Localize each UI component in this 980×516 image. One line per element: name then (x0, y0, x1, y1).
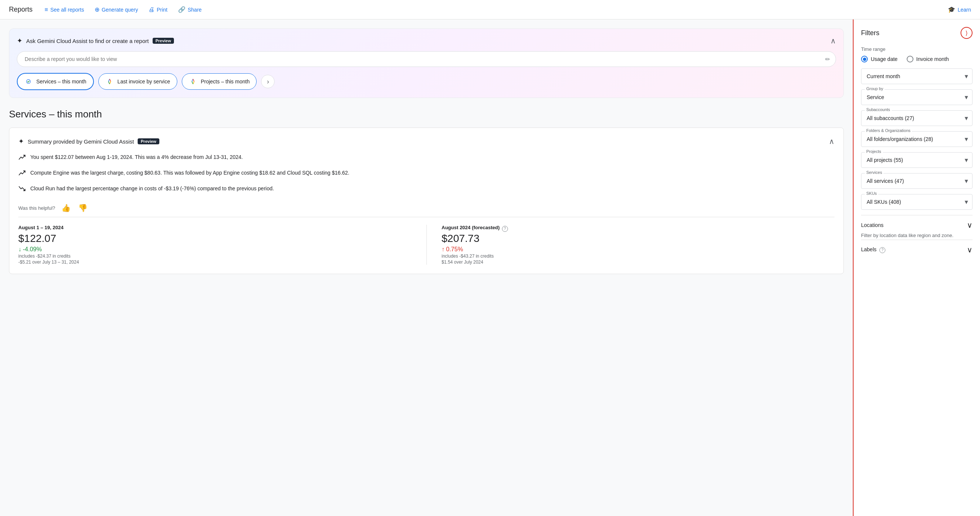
services-wrapper: Services All services (47) ▾ (861, 173, 972, 189)
invoice-month-radio-circle (907, 56, 913, 62)
usage-date-radio-circle (861, 56, 868, 62)
gemini-title-row: ✦ Ask Gemini Cloud Assist to find or cre… (17, 37, 174, 45)
forecasted-stat-block: August 2024 (forecasted) ? $207.73 ↑ 0.7… (442, 225, 835, 265)
current-stat-block: August 1 – 19, 2024 $122.07 ↓ -4.09% inc… (18, 225, 412, 265)
list-icon: ≡ (45, 6, 48, 13)
trend-icon-1 (18, 154, 26, 163)
summary-card: ✦ Summary provided by Gemini Cloud Assis… (9, 127, 844, 274)
projects-wrapper: Projects All projects (55) ▾ (861, 152, 972, 168)
gemini-input-wrapper: ✏ (17, 51, 836, 67)
forecasted-amount: $207.73 (442, 233, 835, 245)
generate-query-link[interactable]: ⊕ Generate query (95, 6, 138, 13)
suggestion-chips: Services – this month Last invoice by se… (17, 73, 836, 90)
subaccounts-wrapper: Subaccounts All subaccounts (27) ▾ (861, 110, 972, 126)
learn-link[interactable]: 🎓 Learn (948, 6, 971, 13)
print-link[interactable]: 🖨 Print (148, 6, 167, 13)
filters-panel: Filters ⟩ Time range Usage date Invoice … (853, 19, 980, 516)
chip-last-invoice-by-service[interactable]: Last invoice by service (99, 73, 177, 90)
time-range-radio-group: Usage date Invoice month (861, 56, 972, 62)
google-cloud-icon-3 (189, 78, 197, 86)
current-amount: $122.07 (18, 233, 412, 245)
print-icon: 🖨 (148, 6, 154, 13)
folders-wrapper: Folders & Organizations All folders/orga… (861, 131, 972, 147)
group-by-wrapper: Group by Service Project SKU Location ▾ (861, 89, 972, 105)
projects-select[interactable]: All projects (55) (861, 152, 972, 168)
locations-chevron-icon: ∨ (967, 221, 972, 230)
services-select[interactable]: All services (47) (861, 173, 972, 189)
helpful-label: Was this helpful? (18, 205, 56, 211)
forecasted-header: August 2024 (forecasted) ? (442, 225, 835, 233)
invoice-month-radio[interactable]: Invoice month (907, 56, 949, 62)
gemini-search-input[interactable] (17, 51, 836, 67)
subaccounts-label: Subaccounts (865, 107, 892, 112)
skus-select[interactable]: All SKUs (408) (861, 194, 972, 210)
locations-section: Locations ∨ Filter by location data like… (861, 215, 972, 238)
time-range-label: Time range (861, 46, 972, 52)
locations-header[interactable]: Locations ∨ (861, 221, 972, 230)
locations-title: Locations (861, 222, 883, 228)
summary-body: You spent $122.07 between Aug 1-19, 2024… (18, 153, 835, 194)
current-month-select[interactable]: Current month Last month Last 3 months L… (861, 68, 972, 84)
main-layout: ✦ Ask Gemini Cloud Assist to find or cre… (0, 19, 980, 516)
summary-title-row: ✦ Summary provided by Gemini Cloud Assis… (18, 137, 159, 146)
labels-title: Labels ? (861, 246, 885, 253)
content-area: ✦ Ask Gemini Cloud Assist to find or cre… (0, 19, 853, 516)
thumbs-up-button[interactable]: 👍 (60, 202, 72, 214)
top-nav: Reports ≡ See all reports ⊕ Generate que… (0, 0, 980, 19)
up-arrow-icon: ↑ (442, 246, 445, 253)
page-title: Services – this month (9, 108, 844, 120)
filters-title: Filters (861, 29, 880, 37)
share-link[interactable]: 🔗 Share (178, 6, 202, 13)
folders-label: Folders & Organizations (865, 128, 912, 133)
current-month-wrapper: Current month Last month Last 3 months L… (861, 68, 972, 84)
summary-text-1: You spent $122.07 between Aug 1-19, 2024… (30, 153, 243, 161)
gemini-header: ✦ Ask Gemini Cloud Assist to find or cre… (17, 36, 836, 45)
chip-services-this-month[interactable]: Services – this month (17, 73, 94, 90)
app-title: Reports (9, 6, 33, 13)
folders-select[interactable]: All folders/organizations (28) (861, 131, 972, 147)
group-by-select[interactable]: Service Project SKU Location (861, 89, 972, 105)
forecasted-delta-note: $1.54 over July 2024 (442, 259, 835, 265)
sparkle-icon-2: ✦ (18, 137, 24, 146)
summary-collapse-icon[interactable]: ∧ (829, 137, 835, 146)
summary-item-1: You spent $122.07 between Aug 1-19, 2024… (18, 153, 835, 163)
services-label: Services (865, 170, 883, 175)
info-icon[interactable]: ? (502, 226, 508, 232)
pen-icon: ✏ (825, 56, 830, 63)
labels-section: Labels ? ∨ (861, 240, 972, 254)
projects-label: Projects (865, 149, 883, 154)
locations-sub: Filter by location data like region and … (861, 233, 972, 238)
stats-divider (426, 225, 427, 265)
skus-label: SKUs (865, 191, 878, 195)
summary-preview-badge: Preview (138, 138, 159, 144)
summary-header: ✦ Summary provided by Gemini Cloud Assis… (18, 137, 835, 146)
summary-item-3: Cloud Run had the largest percentage cha… (18, 185, 835, 194)
current-credits: includes -$24.37 in credits (18, 254, 412, 259)
summary-text-2: Compute Engine was the largest charge, c… (30, 169, 349, 177)
learn-icon: 🎓 (948, 6, 955, 13)
labels-info-icon[interactable]: ? (880, 247, 885, 253)
helpful-row: Was this helpful? 👍 👎 (18, 202, 835, 214)
chip-projects-this-month[interactable]: Projects – this month (182, 73, 257, 90)
sparkle-icon: ✦ (17, 37, 22, 45)
usage-date-radio[interactable]: Usage date (861, 56, 898, 62)
thumbs-down-button[interactable]: 👎 (77, 202, 89, 214)
share-icon: 🔗 (178, 6, 186, 13)
summary-item-2: Compute Engine was the largest charge, c… (18, 169, 835, 179)
filters-collapse-button[interactable]: ⟩ (961, 27, 972, 39)
summary-text-3: Cloud Run had the largest percentage cha… (30, 185, 274, 192)
google-cloud-icon-1 (24, 78, 33, 86)
trend-icon-3 (18, 185, 26, 194)
current-delta-note: -$5.21 over July 13 – 31, 2024 (18, 259, 412, 265)
chips-next-button[interactable]: › (261, 75, 275, 88)
see-all-reports-link[interactable]: ≡ See all reports (45, 6, 84, 13)
forecasted-credits: includes -$43.27 in credits (442, 254, 835, 259)
skus-wrapper: SKUs All SKUs (408) ▾ (861, 194, 972, 210)
collapse-icon: ⟩ (966, 30, 968, 37)
subaccounts-select[interactable]: All subaccounts (27) (861, 110, 972, 126)
current-delta: ↓ -4.09% (18, 246, 412, 253)
gemini-collapse-icon[interactable]: ∧ (830, 36, 836, 45)
current-period: August 1 – 19, 2024 (18, 225, 412, 230)
down-arrow-icon: ↓ (18, 246, 21, 253)
labels-header[interactable]: Labels ? ∨ (861, 245, 972, 254)
